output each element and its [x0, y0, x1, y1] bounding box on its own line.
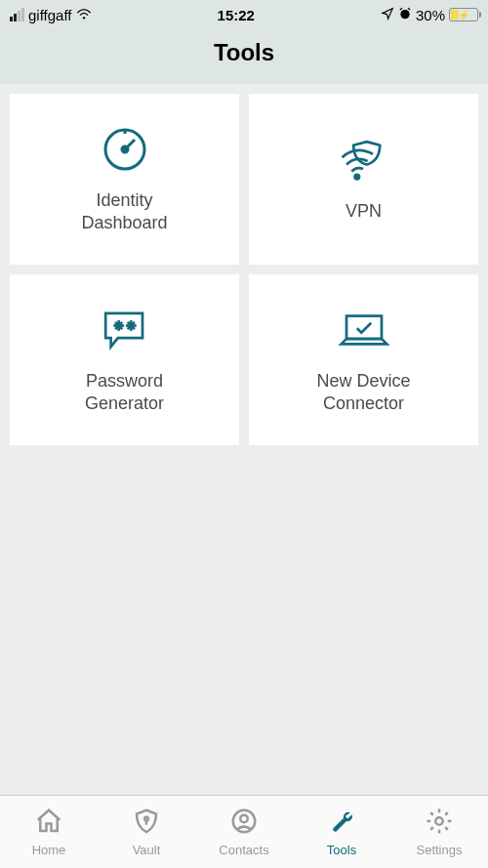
tile-label: Password Generator — [85, 370, 164, 414]
page-title: Tools — [0, 29, 488, 84]
signal-icon — [10, 8, 24, 21]
svg-point-19 — [240, 815, 248, 823]
tab-label: Settings — [417, 843, 463, 857]
tile-label: Identity Dashboard — [81, 189, 167, 233]
gear-icon — [425, 806, 454, 840]
tile-label: New Device Connector — [316, 370, 410, 414]
svg-rect-15 — [346, 316, 382, 339]
tab-label: Vault — [133, 843, 161, 857]
battery-icon: ⚡ — [449, 8, 478, 21]
tab-home[interactable]: Home — [0, 796, 98, 868]
tile-label: VPN — [346, 200, 382, 223]
tab-label: Contacts — [219, 843, 268, 857]
home-icon — [34, 806, 63, 840]
carrier-label: giffgaff — [28, 7, 72, 23]
tab-contacts[interactable]: Contacts — [195, 796, 293, 868]
tab-tools[interactable]: Tools — [293, 796, 390, 868]
wrench-icon — [327, 806, 356, 840]
tab-bar: Home Vault Contacts Tools Settings — [0, 795, 488, 868]
vpn-icon — [338, 136, 390, 185]
status-bar: giffgaff 15:22 30% ⚡ — [0, 0, 488, 29]
location-icon — [381, 7, 394, 23]
clock: 15:22 — [218, 7, 255, 23]
alarm-icon — [398, 7, 412, 23]
tile-vpn[interactable]: VPN — [249, 94, 478, 265]
dashboard-icon — [99, 125, 151, 174]
battery-pct: 30% — [416, 7, 445, 23]
tile-password-generator[interactable]: Password Generator — [10, 274, 239, 445]
tab-label: Home — [32, 843, 66, 857]
wifi-icon — [76, 7, 92, 23]
status-left: giffgaff — [10, 7, 92, 23]
svg-point-6 — [354, 175, 359, 180]
tab-vault[interactable]: Vault — [98, 796, 195, 868]
svg-point-0 — [82, 17, 84, 19]
tab-settings[interactable]: Settings — [390, 796, 488, 868]
svg-line-4 — [125, 140, 135, 149]
svg-point-20 — [435, 817, 443, 825]
svg-point-1 — [400, 9, 409, 18]
tile-identity-dashboard[interactable]: Identity Dashboard — [10, 94, 239, 265]
device-icon — [338, 306, 390, 354]
contacts-icon — [229, 806, 259, 840]
shield-icon — [132, 806, 161, 840]
password-icon — [99, 306, 151, 354]
tab-label: Tools — [327, 843, 356, 857]
status-right: 30% ⚡ — [381, 7, 478, 23]
tile-new-device-connector[interactable]: New Device Connector — [249, 274, 478, 445]
tools-grid: Identity Dashboard VPN Password Generato… — [0, 84, 488, 445]
